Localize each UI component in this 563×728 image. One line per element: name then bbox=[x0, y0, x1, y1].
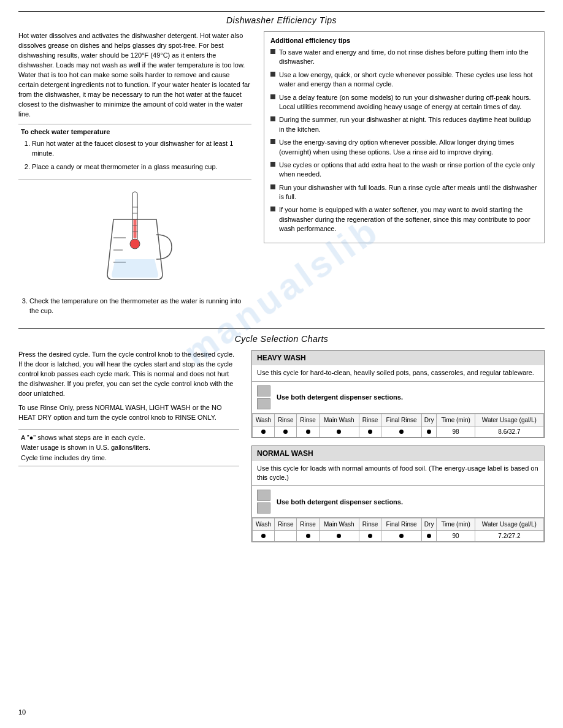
bullet-3 bbox=[270, 116, 275, 121]
step3-wrapper: Check the temperature on the thermometer… bbox=[18, 297, 251, 316]
col-rinse1: Rinse bbox=[274, 414, 296, 426]
hw-main bbox=[319, 426, 359, 437]
cycle-left: Press the desired cycle. Turn the cycle … bbox=[18, 350, 239, 550]
bullet-6 bbox=[270, 184, 275, 189]
section-divider bbox=[18, 328, 545, 329]
tip-text-0: To save water and energy and time, do no… bbox=[279, 48, 538, 67]
nw-col-final-rinse: Final Rinse bbox=[381, 518, 422, 531]
nw-col-water: Water Usage (gal/L) bbox=[475, 518, 543, 531]
nw-dot-rinse3 bbox=[368, 534, 372, 538]
nw-dot-main bbox=[337, 534, 341, 538]
tip-text-7: If your home is equipped with a water so… bbox=[279, 205, 538, 233]
heavy-wash-desc: Use this cycle for hard-to-clean, heavil… bbox=[252, 365, 544, 381]
hw-rinse1 bbox=[274, 426, 296, 437]
col-water: Water Usage (gal/L) bbox=[475, 414, 543, 426]
additional-tips-title: Additional efficiency tips bbox=[270, 37, 538, 44]
normal-wash-table: Wash Rinse Rinse Main Wash Rinse Final R… bbox=[252, 518, 544, 542]
nw-col-main-wash: Main Wash bbox=[319, 518, 359, 531]
nw-dot-rinse2 bbox=[306, 534, 310, 538]
nw-rinse1 bbox=[274, 531, 296, 542]
col-final-rinse: Final Rinse bbox=[381, 414, 422, 426]
nw-water: 7.2/27.2 bbox=[475, 531, 543, 542]
col-time: Time (min) bbox=[437, 414, 475, 426]
tip-item-5: Use cycles or options that add extra hea… bbox=[270, 161, 538, 180]
hw-water: 8.6/32.7 bbox=[475, 426, 543, 437]
heavy-wash-dispenser-text: Use both detergent dispenser sections. bbox=[277, 393, 403, 401]
col-rinse3: Rinse bbox=[359, 414, 381, 426]
nw-col-wash: Wash bbox=[253, 518, 275, 531]
tip-item-2: Use a delay feature (on some models) to … bbox=[270, 93, 538, 112]
check-water-title: To check water temperature bbox=[21, 128, 249, 135]
efficiency-title: Dishwasher Efficiency Tips bbox=[18, 15, 545, 25]
thermometer-svg bbox=[95, 189, 175, 287]
hw-wash bbox=[253, 426, 275, 437]
efficiency-two-col: Hot water dissolves and activates the di… bbox=[18, 31, 545, 320]
tip-item-3: During the summer, run your dishwasher a… bbox=[270, 115, 538, 134]
col-wash: Wash bbox=[253, 414, 275, 426]
nw-col-rinse3: Rinse bbox=[359, 518, 381, 531]
nw-final-rinse bbox=[381, 531, 422, 542]
hw-dot-wash bbox=[261, 430, 266, 434]
heavy-wash-title: HEAVY WASH bbox=[252, 351, 544, 365]
hw-dot-rinse1 bbox=[283, 430, 288, 434]
bullet-2 bbox=[270, 94, 275, 99]
hw-dot-main bbox=[337, 430, 341, 434]
tip-item-7: If your home is equipped with a water so… bbox=[270, 205, 538, 233]
tip-text-2: Use a delay feature (on some models) to … bbox=[279, 93, 538, 112]
col-rinse2: Rinse bbox=[297, 414, 319, 426]
check-water-box: To check water temperature Run hot water… bbox=[18, 124, 251, 180]
tip-text-1: Use a low energy, quick, or short cycle … bbox=[279, 70, 538, 89]
nw-wash bbox=[253, 531, 275, 542]
nw-col-rinse1: Rinse bbox=[274, 518, 296, 531]
svg-rect-4 bbox=[134, 219, 137, 238]
bullet-0 bbox=[270, 49, 275, 54]
efficiency-right: Additional efficiency tips To save water… bbox=[264, 31, 545, 320]
hw-dot-dry bbox=[427, 430, 431, 434]
hw-time: 98 bbox=[437, 426, 475, 437]
nw-dot-wash bbox=[261, 534, 266, 538]
col-dry: Dry bbox=[421, 414, 436, 426]
cycle-note-0: A "●" shows what steps are in each cycle… bbox=[21, 433, 237, 443]
cycle-notes: A "●" shows what steps are in each cycle… bbox=[18, 429, 239, 467]
nw-col-time: Time (min) bbox=[437, 518, 475, 531]
hw-dot-rinse2 bbox=[306, 430, 310, 434]
tip-text-5: Use cycles or options that add extra hea… bbox=[279, 161, 538, 180]
cycle-section-title: Cycle Selection Charts bbox=[18, 334, 545, 344]
nw-dot-dry bbox=[427, 534, 431, 538]
normal-wash-dispenser-row: Use both detergent dispenser sections. bbox=[252, 486, 544, 518]
normal-wash-dispenser-text: Use both detergent dispenser sections. bbox=[277, 498, 403, 506]
hw-dot-final bbox=[399, 430, 404, 434]
efficiency-intro: Hot water dissolves and activates the di… bbox=[18, 31, 251, 119]
cycle-right: HEAVY WASH Use this cycle for hard-to-cl… bbox=[251, 350, 545, 550]
heavy-wash-dispenser-row: Use both detergent dispenser sections. bbox=[252, 382, 544, 414]
tip-item-4: Use the energy-saving dry option wheneve… bbox=[270, 138, 538, 157]
tip-text-3: During the summer, run your dishwasher a… bbox=[279, 115, 538, 134]
hw-rinse2 bbox=[297, 426, 319, 437]
heavy-wash-table: Wash Rinse Rinse Main Wash Rinse Final R… bbox=[252, 414, 544, 438]
check-water-steps: Run hot water at the faucet closest to y… bbox=[21, 139, 249, 172]
cycle-note-1: Water usage is shown in U.S. gallons/lit… bbox=[21, 442, 237, 453]
step-3: Check the temperature on the thermometer… bbox=[29, 297, 251, 316]
dispenser-sq-bottom bbox=[257, 398, 270, 409]
step-1: Run hot water at the faucet closest to y… bbox=[32, 139, 249, 159]
additional-tips-list: To save water and energy and time, do no… bbox=[270, 48, 538, 234]
nw-main bbox=[319, 531, 359, 542]
normal-wash-title: NORMAL WASH bbox=[252, 446, 544, 461]
heavy-wash-dispenser-squares bbox=[257, 385, 270, 409]
efficiency-left: Hot water dissolves and activates the di… bbox=[18, 31, 251, 320]
bullet-7 bbox=[270, 207, 275, 211]
nw-dry bbox=[421, 531, 436, 542]
nw-rinse3 bbox=[359, 531, 381, 542]
normal-wash-desc: Use this cycle for loads with normal amo… bbox=[252, 461, 544, 487]
cycle-section: Press the desired cycle. Turn the cycle … bbox=[18, 350, 545, 550]
heavy-wash-row: 98 8.6/32.7 bbox=[253, 426, 544, 437]
nw-dispenser-sq-bottom bbox=[257, 502, 270, 514]
hw-rinse3 bbox=[359, 426, 381, 437]
thermometer-illustration bbox=[18, 189, 251, 288]
tip-text-6: Run your dishwasher with full loads. Run… bbox=[279, 183, 538, 202]
cycle-note-2: Cycle time includes dry time. bbox=[21, 453, 237, 463]
step-2: Place a candy or meat thermometer in a g… bbox=[32, 162, 249, 172]
col-main-wash: Main Wash bbox=[319, 414, 359, 426]
dispenser-sq-top bbox=[257, 385, 270, 396]
nw-dispenser-sq-top bbox=[257, 490, 270, 501]
